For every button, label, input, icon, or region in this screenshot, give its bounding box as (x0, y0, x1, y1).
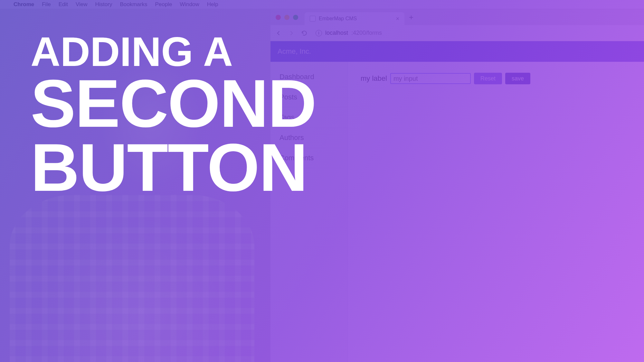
title-line-2: SECOND (31, 71, 316, 136)
video-title: ADDING A SECOND BUTTON (31, 32, 316, 200)
title-line-3: BUTTON (31, 135, 316, 200)
